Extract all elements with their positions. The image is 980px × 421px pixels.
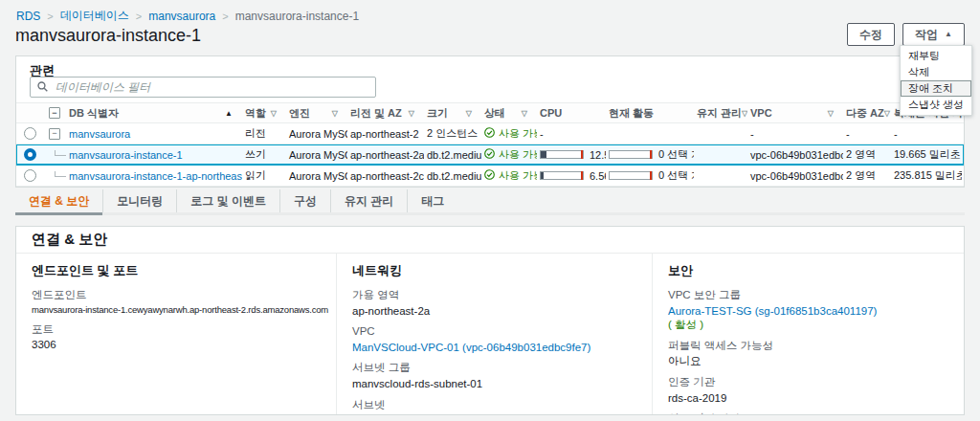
header-label: 역할 [245,106,266,121]
header-region-az[interactable]: 리전 및 AZ▽ [347,106,424,121]
vpc-cell: - [747,128,843,140]
activity-value: 0 선택 개수/초 [658,147,694,162]
header-label: VPC [750,107,772,119]
availability-zone-value: ap-northeast-2a [352,304,636,318]
menu-item-failover[interactable]: 장애 조치 [901,80,971,97]
menu-item-take-snapshot[interactable]: 스냅샷 생성 [901,97,971,113]
actions-button[interactable]: 작업 ▲ [902,23,965,46]
activity-meter [609,171,653,180]
status-ok-icon [484,148,495,161]
header-cpu: CPU [537,107,606,119]
menu-item-reboot[interactable]: 재부팅 [901,48,971,64]
engine-cell: Aurora MySQL [286,149,347,161]
row-tree-cell [43,171,66,181]
db-identifier-cell: manvsaurora-instance-1-ap-northeast-2c [66,170,242,182]
tree-connector [55,150,66,156]
vpc-link[interactable]: ManVSCloud-VPC-01 (vpc-06b49b031edbc9fe7… [352,341,590,354]
activity-meter [609,150,653,159]
row-radio-selected[interactable] [24,148,36,161]
subnets-label: 서브넷 [352,399,636,412]
size-cell: db.t2.medium [424,149,481,161]
collapse-icon[interactable]: − [49,128,60,140]
endpoint-value: manvsaurora-instance-1.cewyawynarwh.ap-n… [32,304,321,316]
row-radio[interactable] [24,169,36,182]
header-label: CPU [540,107,562,119]
panel-body: 엔드포인트 및 포트 엔드포인트 manvsaurora-instance-1.… [16,254,964,414]
vpc-cell: vpc-06b49b031edbc9fe7 [747,170,843,182]
header-status[interactable]: 상태▽ [481,106,537,121]
header-size[interactable]: 크기▽ [424,106,481,121]
header-label: 크기 [427,106,448,121]
breadcrumb-link-databases[interactable]: 데이터베이스 [60,8,129,24]
collapse-all-toggle[interactable]: − [43,107,66,119]
status-ok-icon [484,127,495,140]
breadcrumb-separator: > [222,11,228,22]
header-vpc[interactable]: VPC▽ [747,107,843,119]
db-identifier-link[interactable]: manvsaurora-instance-1-ap-northeast-2c [69,170,242,182]
filter-icon: ▽ [271,109,277,118]
search-icon [37,78,48,96]
security-group-link[interactable]: Aurora-TEST-SG (sg-01f6851b3ca401197) [668,304,877,318]
multi-az-cell: - [843,128,891,140]
database-filter-input[interactable] [54,79,368,95]
certificate-authority-label: 인증 기관 [668,376,948,389]
breadcrumb-link-rds[interactable]: RDS [16,10,40,23]
table-row-cluster: − manvsaurora 리전 Aurora MySQL ap-northea… [16,123,964,144]
actions-menu: 재부팅 삭제 장애 조치 스냅샷 생성 [900,45,972,116]
header-label: 유지 관리 [697,106,742,121]
public-access-value: 아니요 [668,354,948,367]
breadcrumb: RDS > 데이터베이스 > manvsaurora > manvsaurora… [16,8,359,24]
multi-az-cell: 2 영역 [843,168,891,183]
security-title: 보안 [668,262,948,279]
region-az-cell: ap-northeast-2a [347,149,424,161]
current-activity-cell: 0 선택 개수/초 [606,147,694,162]
vpc-label: VPC [352,325,636,339]
tab-connectivity-security[interactable]: 연결 & 보안 [15,189,102,212]
header-maintenance[interactable]: 유지 관리▽ [694,106,747,121]
subnet-link-1[interactable]: subnet-05a0cb1806c56f90f [352,413,636,414]
meter-max-tick [581,150,583,159]
region-az-cell: ap-northeast-2c [347,170,424,182]
header-db-identifier[interactable]: DB 식별자▲ [66,106,242,121]
tab-configuration[interactable]: 구성 [279,189,330,212]
chevron-up-icon: ▲ [945,31,952,38]
cpu-meter [540,150,584,159]
menu-item-delete[interactable]: 삭제 [901,64,971,80]
table-header-row: − DB 식별자▲ 역할▽ 엔진▽ 리전 및 AZ▽ 크기▽ 상태▽ CPU 현… [16,102,964,123]
header-role[interactable]: 역할▽ [242,106,286,121]
rds-console-screen: RDS > 데이터베이스 > manvsaurora > manvsaurora… [0,0,980,421]
tab-maintenance[interactable]: 유지 관리 [330,189,407,212]
db-identifier-cell: manvsaurora-instance-1 [66,149,242,161]
header-engine[interactable]: 엔진▽ [286,106,347,121]
meter-max-tick [650,171,652,180]
cpu-cell: 12.54% [537,149,606,161]
replica-lag-cell: 235.815 밀리초 [891,168,962,183]
engine-cell: Aurora MySQL [286,128,347,140]
row-expander-cell: − [43,128,66,140]
replica-lag-cell: - [891,128,962,140]
modify-button[interactable]: 수정 [847,23,895,46]
header-label: 리전 및 AZ [350,106,402,121]
row-radio[interactable] [24,127,36,140]
row-radio-cell [16,127,43,140]
page-title: manvsaurora-instance-1 [15,26,201,46]
filter-icon: ▽ [332,109,338,118]
databases-table: − DB 식별자▲ 역할▽ 엔진▽ 리전 및 AZ▽ 크기▽ 상태▽ CPU 현… [16,102,964,187]
endpoint-port-title: 엔드포인트 및 포트 [32,262,321,279]
tab-tags[interactable]: 태그 [407,189,457,212]
breadcrumb-separator: > [136,11,142,22]
header-multi-az[interactable]: 다중 AZ▽ [843,106,891,121]
tab-monitoring[interactable]: 모니터링 [102,189,176,212]
row-tree-cell [43,150,66,160]
db-identifier-link[interactable]: manvsaurora [69,128,130,140]
related-databases-card: 관련 − DB 식별자▲ 역할▽ 엔진▽ 리전 및 AZ▽ 크기▽ 상태▽ CP… [15,55,965,188]
tab-logs-events[interactable]: 로그 및 이벤트 [176,189,279,212]
status-ok-icon [484,169,495,182]
region-az-cell: ap-northeast-2 [347,128,424,140]
filter-icon: ▽ [522,109,527,118]
security-column: 보안 VPC 보안 그룹 Aurora-TEST-SG (sg-01f6851b… [652,254,964,414]
db-identifier-link[interactable]: manvsaurora-instance-1 [69,149,183,161]
modify-button-label: 수정 [859,27,882,43]
breadcrumb-link-cluster[interactable]: manvsaurora [148,10,215,23]
meter-max-tick [650,150,652,159]
